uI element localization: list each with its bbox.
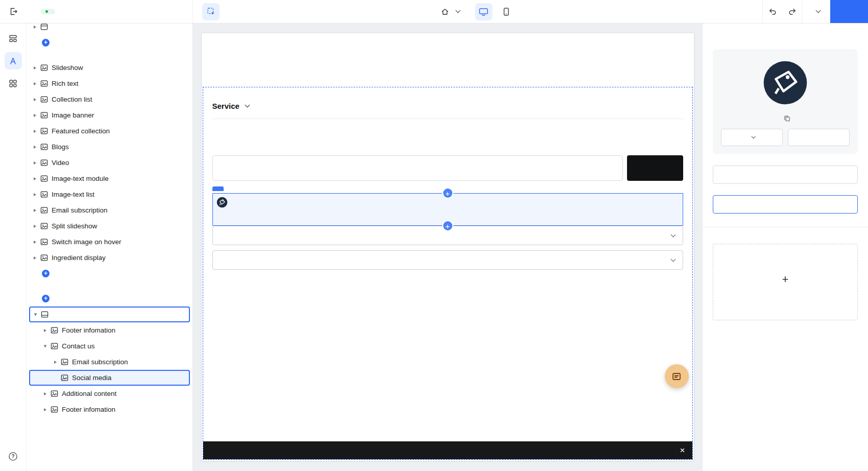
template-section-label [27, 51, 192, 60]
chevron-right-icon[interactable] [44, 392, 46, 395]
chevron-right-icon[interactable] [34, 130, 36, 133]
preview-area: Service [193, 23, 702, 471]
chevron-right-icon[interactable] [34, 161, 36, 164]
sidebar-item-header[interactable] [27, 23, 192, 35]
chevron-right-icon[interactable] [34, 66, 36, 69]
sidebar-item-blogs[interactable]: Blogs [27, 139, 192, 155]
chevron-right-icon[interactable] [34, 98, 36, 101]
footer-information-icon [51, 406, 58, 413]
shopline-logo-image [762, 59, 809, 106]
sections-rail-button[interactable] [5, 30, 22, 47]
plus-circle-icon: + [42, 295, 50, 302]
sections-sidebar: + Slideshow [27, 23, 193, 471]
image-text-list-icon [40, 191, 48, 198]
chevron-right-icon[interactable] [34, 26, 36, 29]
image-banner-icon [40, 111, 48, 119]
collection-list-icon [40, 96, 48, 103]
delete-image-button[interactable] [788, 129, 850, 146]
add-component-button[interactable]: + [27, 266, 192, 281]
sidebar-item-featured-collection[interactable]: Featured collection [27, 123, 192, 139]
sidebar-item-collection-list[interactable]: Collection list [27, 91, 192, 107]
sidebar-item-social-media[interactable]: Social media [29, 370, 190, 386]
sidebar-item-contact-us[interactable]: Contact us [27, 338, 192, 354]
close-icon[interactable]: × [680, 446, 685, 455]
sidebar-item-footer-infomation[interactable]: Footer infomation [27, 322, 192, 338]
sidebar-item-image-text-list[interactable]: Image-text list [27, 186, 192, 202]
sidebar-item-footer[interactable] [29, 307, 190, 322]
chevron-right-icon[interactable] [34, 241, 36, 244]
subscribe-button[interactable] [627, 155, 683, 181]
switch-image-on-hover-icon [40, 238, 48, 246]
typography-icon [9, 57, 17, 65]
sidebar-item-slideshow[interactable]: Slideshow [27, 60, 192, 76]
page-selector[interactable] [441, 8, 460, 16]
email-input[interactable] [212, 155, 623, 181]
desktop-view-button[interactable] [475, 3, 492, 20]
copy-icon[interactable] [784, 115, 790, 122]
social-media-block[interactable]: + + [212, 193, 683, 226]
chevron-down-icon [245, 103, 250, 108]
add-block-below-button[interactable]: + [442, 220, 453, 231]
chevron-right-icon[interactable] [44, 345, 47, 347]
floating-feedback-button[interactable] [665, 364, 689, 388]
select-tool-button[interactable] [202, 3, 220, 20]
video-icon [40, 159, 48, 167]
sidebar-item-image-text-module[interactable]: Image-text module [27, 171, 192, 186]
chevron-right-icon[interactable] [54, 361, 57, 364]
chevron-right-icon[interactable] [44, 408, 46, 411]
chevron-down-icon[interactable] [34, 313, 37, 316]
theme-editor: ? + [0, 0, 868, 471]
preview-button[interactable] [802, 0, 830, 23]
add-image-dropzone[interactable]: + [713, 244, 858, 320]
sidebar-item-video[interactable]: Video [27, 155, 192, 171]
change-image-button[interactable] [721, 129, 783, 146]
desktop-icon [479, 7, 489, 16]
link-input[interactable] [713, 195, 858, 214]
payment-service-icon[interactable]: Service [212, 93, 683, 119]
chevron-right-icon[interactable] [34, 82, 36, 85]
chevron-right-icon[interactable] [34, 114, 36, 117]
theme-settings-rail-button[interactable] [5, 52, 22, 69]
footer-section-selection[interactable]: Service [203, 87, 693, 460]
sidebar-item-footer-infomation[interactable]: Footer infomation [27, 402, 192, 417]
chevron-right-icon[interactable] [34, 209, 36, 212]
undo-button[interactable] [763, 0, 782, 23]
divider [703, 227, 868, 227]
chevron-right-icon[interactable] [44, 329, 46, 332]
sidebar-item-email-subscription[interactable]: Email subscription [27, 202, 192, 218]
chevron-right-icon[interactable] [34, 256, 36, 260]
mobile-icon [501, 7, 511, 16]
sidebar-item-switch-image-on-hover[interactable]: Switch image on hover [27, 234, 192, 250]
chevron-right-icon[interactable] [34, 193, 36, 196]
brand-area [27, 0, 193, 23]
add-component-button[interactable]: + [27, 35, 192, 51]
email-subscription-icon [40, 206, 48, 214]
chevron-right-icon[interactable] [34, 225, 36, 228]
blogs-icon [40, 143, 48, 151]
sidebar-item-rich-text[interactable]: Rich text [27, 76, 192, 91]
footer-information-icon [51, 326, 58, 334]
mobile-view-button[interactable] [497, 3, 515, 20]
name-input[interactable] [713, 166, 858, 184]
add-block-above-button[interactable]: + [442, 187, 453, 199]
sidebar-item-split-slideshow[interactable]: Split slideshow [27, 218, 192, 234]
chevron-down-icon [670, 256, 676, 262]
social-media-link-icon[interactable] [216, 197, 228, 208]
redo-button[interactable] [782, 0, 802, 23]
chevron-right-icon[interactable] [34, 146, 36, 149]
sidebar-item-ingredient-display[interactable]: Ingredient display [27, 250, 192, 266]
left-icon-rail: ? [0, 23, 27, 471]
sidebar-item-email-subscription[interactable]: Email subscription [27, 354, 192, 370]
help-button[interactable]: ? [5, 448, 22, 465]
sidebar-item-additional-content[interactable]: Additional content [27, 386, 192, 402]
exit-editor-button[interactable] [5, 0, 22, 23]
save-button[interactable] [830, 0, 868, 23]
apps-rail-button[interactable] [5, 75, 22, 92]
marquee-select-icon [207, 7, 215, 16]
chevron-right-icon[interactable] [34, 177, 36, 180]
email-subscription-icon [61, 358, 68, 366]
apps-icon [9, 79, 17, 88]
country-currency-select[interactable] [212, 250, 683, 270]
add-component-button[interactable]: + [27, 291, 192, 307]
sidebar-item-image-banner[interactable]: Image banner [27, 107, 192, 123]
